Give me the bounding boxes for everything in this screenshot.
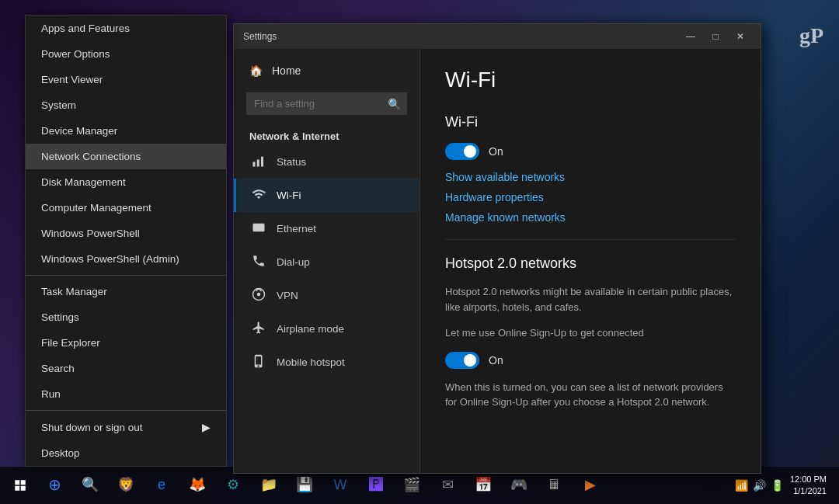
context-menu-item-network-connections[interactable]: Network Connections	[26, 144, 226, 169]
window-controls: — □ ✕	[680, 29, 751, 44]
wifi-toggle[interactable]	[445, 143, 479, 160]
taskbar-chrome[interactable]: ⊕	[37, 467, 71, 504]
wifi-toggle-label: On	[489, 145, 503, 158]
settings-nav-ethernet[interactable]: Ethernet	[234, 212, 420, 245]
vpn-icon	[252, 287, 266, 304]
context-menu-item-run[interactable]: Run	[26, 381, 226, 407]
context-menu-item-disk-management[interactable]: Disk Management	[26, 169, 226, 195]
hotspot-toggle[interactable]	[445, 352, 479, 369]
close-button[interactable]: ✕	[729, 29, 751, 44]
minimize-button[interactable]: —	[680, 29, 701, 44]
taskbar-date-display: 1/1/2021	[790, 485, 827, 497]
word-icon: W	[334, 477, 347, 493]
brave-icon: 🦁	[117, 476, 134, 493]
ethernet-icon	[252, 221, 266, 237]
context-menu-item-power-options[interactable]: Power Options	[26, 41, 226, 67]
context-menu-item-shutdown[interactable]: Shut down or sign out ▶	[26, 414, 226, 440]
app8-icon: 💾	[296, 476, 313, 493]
settings-body: 🏠 Home 🔍 Network & Internet Status	[234, 49, 761, 473]
firefox-icon: 🦊	[189, 476, 206, 493]
taskbar-brave[interactable]: 🦁	[109, 467, 143, 504]
settings-nav-status[interactable]: Status	[234, 145, 420, 179]
context-menu-item-powershell[interactable]: Windows PowerShell	[26, 221, 226, 246]
svg-rect-0	[253, 162, 256, 167]
vlc-icon: ▶	[585, 476, 596, 493]
context-menu-item-search[interactable]: Search	[26, 356, 226, 381]
context-menu-divider-2	[26, 410, 226, 411]
search-icon: 🔍	[388, 98, 401, 110]
home-icon: 🏠	[249, 64, 263, 77]
context-menu-item-event-viewer[interactable]: Event Viewer	[26, 67, 226, 92]
settings-nav-wifi[interactable]: Wi-Fi	[234, 179, 420, 212]
taskbar-search[interactable]: 🔍	[73, 467, 107, 504]
taskbar-edge[interactable]: e	[144, 467, 179, 504]
svg-rect-1	[257, 160, 259, 167]
settings-nav-section-title: Network & Internet	[234, 121, 420, 145]
wifi-section-header: Wi-Fi	[445, 114, 736, 130]
context-menu-divider-1	[26, 275, 226, 276]
volume-tray-icon[interactable]: 🔊	[753, 479, 766, 492]
hotspot-toggle-label: On	[489, 354, 503, 367]
section-divider	[445, 239, 736, 240]
settings-nav-dialup[interactable]: Dial-up	[234, 245, 420, 279]
network-tray-icon[interactable]: 📶	[735, 479, 748, 492]
context-menu-item-file-explorer[interactable]: File Explorer	[26, 330, 226, 356]
context-menu: Apps and Features Power Options Event Vi…	[25, 15, 227, 467]
wifi-icon	[252, 187, 266, 203]
restore-button[interactable]: □	[705, 29, 726, 44]
app10-icon: 🅿	[369, 477, 383, 493]
taskbar-time-display: 12:00 PM	[790, 474, 827, 485]
app11-icon: 🎬	[403, 476, 420, 493]
status-icon	[252, 154, 266, 170]
mobile-hotspot-icon	[252, 354, 266, 370]
app6-icon: ⚙	[227, 476, 239, 493]
battery-tray-icon[interactable]: 🔋	[771, 479, 784, 492]
settings-window-title: Settings	[243, 31, 277, 42]
settings-nav: 🏠 Home 🔍 Network & Internet Status	[234, 49, 420, 473]
page-title: Wi-Fi	[445, 68, 736, 92]
windows-logo-icon	[13, 478, 27, 492]
taskbar-firefox[interactable]: 🦊	[180, 467, 214, 504]
settings-main-content: Wi-Fi Wi-Fi On Show available networks H…	[420, 49, 761, 473]
show-networks-link[interactable]: Show available networks	[445, 171, 736, 183]
start-button[interactable]	[3, 467, 37, 504]
manage-networks-link[interactable]: Manage known networks	[445, 211, 736, 224]
chrome-icon: ⊕	[48, 475, 61, 494]
context-menu-item-device-manager[interactable]: Device Manager	[26, 118, 226, 144]
app7-icon: 📁	[260, 476, 277, 493]
hotspot-desc-1: Hotspot 2.0 networks might be available …	[445, 284, 736, 315]
calendar-icon: 📅	[475, 476, 492, 493]
context-menu-item-system[interactable]: System	[26, 92, 226, 118]
system-tray: 📶 🔊 🔋 12:00 PM 1/1/2021	[735, 474, 836, 498]
svg-point-4	[257, 293, 261, 297]
settings-search-container: 🔍	[246, 92, 407, 115]
app14-icon: 🎮	[510, 476, 527, 493]
hardware-properties-link[interactable]: Hardware properties	[445, 191, 736, 203]
mail-icon: ✉	[442, 476, 454, 493]
edge-icon: e	[158, 477, 165, 493]
taskbar-clock[interactable]: 12:00 PM 1/1/2021	[790, 474, 827, 498]
context-menu-item-settings[interactable]: Settings	[26, 304, 226, 330]
svg-rect-2	[261, 157, 263, 167]
gp-watermark: gP	[799, 23, 823, 48]
calculator-icon: 🖩	[548, 477, 562, 493]
context-menu-item-powershell-admin[interactable]: Windows PowerShell (Admin)	[26, 246, 226, 272]
hotspot-desc-3: When this is turned on, you can see a li…	[445, 380, 736, 410]
context-menu-item-computer-management[interactable]: Computer Management	[26, 195, 226, 221]
settings-nav-airplane[interactable]: Airplane mode	[234, 312, 420, 346]
context-menu-item-desktop[interactable]: Desktop	[26, 440, 226, 466]
hotspot-section-header: Hotspot 2.0 networks	[445, 255, 736, 272]
settings-nav-vpn[interactable]: VPN	[234, 279, 420, 312]
wifi-toggle-row: On	[445, 143, 736, 160]
settings-nav-mobile-hotspot[interactable]: Mobile hotspot	[234, 346, 420, 379]
settings-search-input[interactable]	[246, 92, 407, 115]
hotspot-desc-2: Let me use Online Sign-Up to get connect…	[445, 325, 736, 341]
dialup-icon	[252, 254, 266, 270]
settings-titlebar: Settings — □ ✕	[234, 24, 761, 49]
context-menu-item-task-manager[interactable]: Task Manager	[26, 279, 226, 304]
airplane-icon	[252, 321, 266, 337]
search-taskbar-icon: 🔍	[82, 476, 99, 493]
settings-home-button[interactable]: 🏠 Home	[234, 55, 420, 86]
context-menu-item-apps-features[interactable]: Apps and Features	[26, 16, 226, 41]
chevron-right-icon: ▶	[202, 421, 211, 433]
